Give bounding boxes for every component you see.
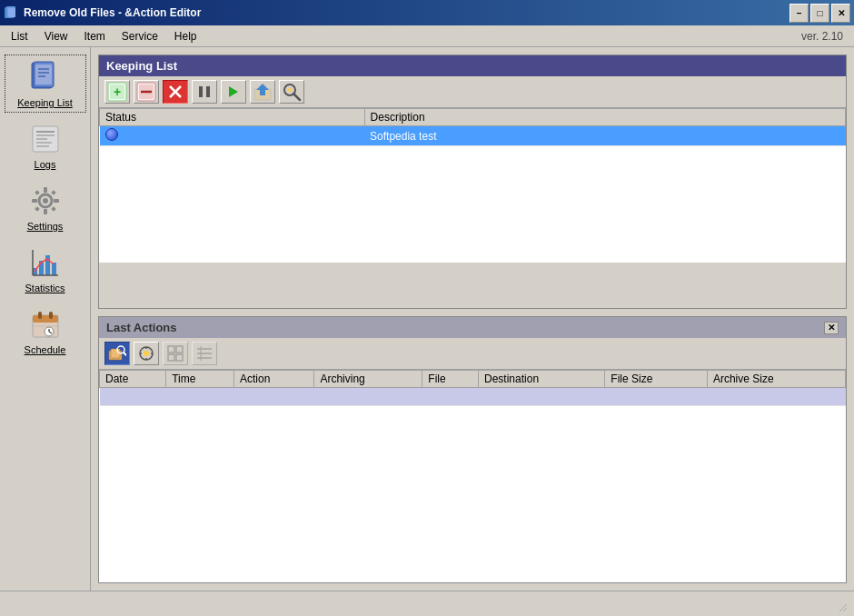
keeping-list-header: Keeping List — [99, 55, 846, 76]
svg-rect-23 — [35, 206, 40, 212]
svg-line-53 — [293, 94, 300, 100]
svg-rect-32 — [33, 315, 58, 323]
zoom-settings-button[interactable] — [279, 80, 304, 104]
col-action: Action — [233, 371, 313, 388]
last-actions-table: Date Time Action Archiving File Destinat… — [99, 370, 846, 406]
cancel-button[interactable] — [163, 80, 188, 104]
svg-rect-2 — [8, 8, 15, 17]
sidebar-settings-label: Settings — [27, 221, 64, 232]
svg-rect-47 — [199, 86, 203, 97]
row-status — [100, 126, 365, 146]
schedule-icon — [27, 306, 64, 343]
svg-rect-19 — [32, 199, 37, 203]
statistics-icon — [27, 244, 64, 281]
menu-help[interactable]: Help — [167, 28, 204, 45]
menu-view[interactable]: View — [37, 28, 75, 45]
svg-rect-67 — [168, 354, 174, 361]
svg-point-16 — [43, 198, 48, 204]
col-file-size: File Size — [605, 371, 708, 388]
sidebar-item-schedule[interactable]: Schedule — [5, 302, 86, 360]
svg-rect-34 — [49, 312, 53, 319]
settings-icon — [27, 183, 64, 219]
row-description: Softpedia test — [364, 126, 845, 146]
keeping-list-content: Status Description Softpedia test — [99, 108, 846, 263]
svg-rect-5 — [35, 65, 52, 84]
svg-rect-18 — [44, 209, 47, 214]
export-button[interactable] — [250, 80, 275, 104]
menu-service[interactable]: Service — [114, 28, 165, 45]
grid-button-1[interactable] — [163, 342, 188, 365]
table-row[interactable]: Softpedia test — [100, 126, 846, 146]
svg-rect-48 — [206, 86, 210, 97]
minimize-button[interactable]: – — [789, 4, 809, 23]
play-button[interactable] — [221, 80, 246, 104]
keeping-list-icon — [27, 59, 64, 95]
keeping-list-table: Status Description Softpedia test — [99, 108, 846, 146]
add-item-button[interactable]: + — [104, 80, 130, 104]
svg-rect-21 — [35, 190, 40, 195]
last-actions-header: Last Actions ✕ — [99, 317, 846, 338]
title-controls: – □ ✕ — [789, 4, 850, 23]
last-actions-close-button[interactable]: ✕ — [824, 322, 839, 334]
title-bar: Remove Old Files - &Action Editor – □ ✕ — [0, 0, 854, 25]
svg-rect-28 — [52, 263, 56, 275]
svg-line-58 — [124, 353, 126, 355]
menu-list[interactable]: List — [4, 28, 35, 45]
col-archiving: Archiving — [314, 371, 422, 388]
last-actions-toolbar — [99, 338, 846, 370]
main-layout: Keeping List Logs — [0, 47, 854, 591]
title-bar-left: Remove Old Files - &Action Editor — [4, 5, 201, 20]
svg-rect-20 — [54, 199, 59, 203]
last-actions-panel: Last Actions ✕ — [98, 316, 847, 583]
keeping-list-title: Keeping List — [106, 59, 177, 73]
sidebar-schedule-label: Schedule — [25, 344, 66, 355]
col-description: Description — [364, 109, 845, 126]
menu-item[interactable]: Item — [76, 28, 112, 45]
last-actions-title: Last Actions — [106, 321, 177, 334]
menu-bar: List View Item Service Help ver. 2.10 — [0, 25, 854, 47]
close-button[interactable]: ✕ — [831, 4, 850, 23]
keeping-list-panel: Keeping List + — [98, 55, 847, 309]
svg-rect-66 — [176, 346, 183, 353]
col-file: File — [422, 371, 479, 388]
svg-rect-68 — [176, 354, 183, 361]
sidebar-item-statistics[interactable]: Statistics — [5, 240, 86, 298]
grid-button-2[interactable] — [192, 342, 217, 365]
search-files-button[interactable] — [104, 342, 130, 365]
status-dot — [105, 128, 118, 141]
keeping-list-toolbar: + — [99, 76, 846, 108]
svg-marker-49 — [229, 86, 238, 97]
svg-line-74 — [843, 608, 847, 611]
col-archive-size: Archive Size — [707, 371, 845, 388]
last-actions-content: Date Time Action Archiving File Destinat… — [99, 370, 846, 582]
sidebar-item-settings[interactable]: Settings — [5, 178, 86, 236]
svg-rect-17 — [44, 187, 47, 193]
content-area: Keeping List + — [91, 47, 854, 591]
sidebar-item-logs[interactable]: Logs — [5, 116, 86, 174]
sidebar-logs-label: Logs — [35, 159, 56, 170]
col-status: Status — [100, 109, 365, 126]
resize-grip[interactable] — [832, 597, 847, 611]
pause-button[interactable] — [192, 80, 217, 104]
svg-rect-27 — [45, 255, 50, 275]
logs-icon — [27, 121, 64, 157]
menu-items: List View Item Service Help — [4, 28, 204, 45]
app-icon — [4, 5, 18, 20]
col-destination: Destination — [479, 371, 605, 388]
svg-line-73 — [839, 604, 847, 611]
filter-button[interactable] — [134, 342, 159, 365]
remove-item-button[interactable] — [134, 80, 159, 104]
col-date: Date — [100, 371, 166, 388]
sidebar-item-keeping-list[interactable]: Keeping List — [5, 55, 86, 113]
window-title: Remove Old Files - &Action Editor — [24, 6, 201, 19]
actions-empty-row — [100, 388, 846, 406]
version-label: ver. 2.10 — [801, 30, 850, 43]
col-time: Time — [166, 371, 234, 388]
sidebar: Keeping List Logs — [0, 47, 91, 591]
svg-rect-33 — [38, 312, 42, 319]
svg-point-54 — [288, 88, 292, 92]
maximize-button[interactable]: □ — [810, 4, 829, 23]
svg-rect-22 — [51, 190, 56, 195]
svg-point-60 — [144, 351, 149, 356]
sidebar-keeping-list-label: Keeping List — [17, 97, 73, 108]
